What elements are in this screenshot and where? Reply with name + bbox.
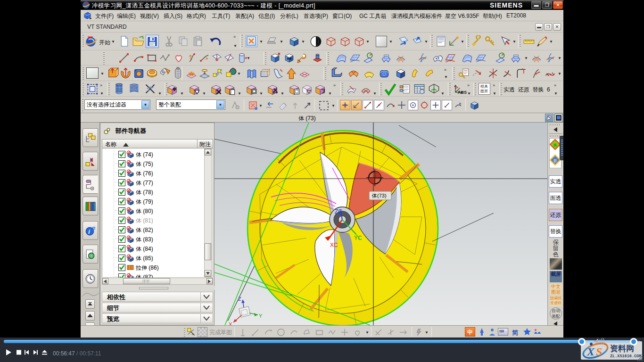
svg-text:X: X [229,321,232,325]
svg-text:i: i [88,229,90,235]
svg-text:Z: Z [238,296,241,302]
svg-text:参: 参 [553,158,557,163]
svg-text:夹: 夹 [553,143,557,148]
svg-text:ZC: ZC [335,208,342,215]
svg-text:YC: YC [354,235,362,241]
svg-text:X: X [586,346,595,358]
svg-text:XC: XC [330,242,338,248]
svg-text:S: S [596,346,602,358]
svg-text:资料网: 资料网 [610,344,634,353]
svg-text:Y: Y [259,313,263,319]
svg-text:体(73): 体(73) [372,193,387,198]
